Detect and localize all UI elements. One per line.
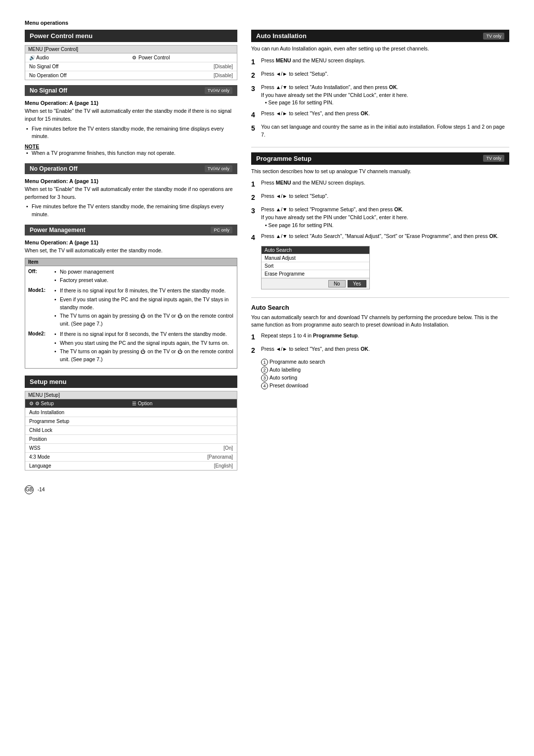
auto-install-step4: 4 Press ◄/► to select "Yes", and then pr… <box>251 110 509 120</box>
setup-menu-preview: MENU [Setup] ⚙ ⚙ Setup ☰ Option Auto Ins… <box>25 391 237 471</box>
no-signal-off-title-bar: No Signal Off TV/AV only <box>25 85 237 96</box>
power-management-item-table: Item Off: No power management Factory pr… <box>25 258 237 369</box>
programme-setup-section: Programme Setup TV only This section des… <box>251 152 509 289</box>
programme-setup-intro: This section describes how to set up ana… <box>251 168 509 176</box>
prog-menu-item-erase: Erase Programme <box>262 270 369 278</box>
prog-menu-buttons: No Yes <box>262 278 369 289</box>
prog-setup-step3: 3 Press ▲/▼ to select "Programme Setup",… <box>251 206 509 229</box>
setup-menu-item-row: Child Lock <box>25 426 237 435</box>
auto-install-step2: 2 Press ◄/► to select "Setup". <box>251 70 509 81</box>
no-operation-off-title-bar: No Operation Off TV/AV only <box>25 163 237 174</box>
setup-menu-item-row: Programme Setup <box>25 417 237 426</box>
setup-menu-item-row: Auto Installation <box>25 408 237 417</box>
option-icon: ☰ <box>132 401 136 406</box>
power-management-section: Power Management PC only Menu Operation:… <box>25 225 237 369</box>
auto-installation-section: Auto Installation TV only You can run Au… <box>251 30 509 139</box>
no-signal-off-note-bullet: When a TV programme finishes, this funct… <box>25 149 237 157</box>
menu-preview-row: 🔊 Audio ⚙Power Control <box>25 53 237 62</box>
no-signal-off-note: NOTE When a TV programme finishes, this … <box>25 143 237 157</box>
circle-item-3: 3 Auto sorting <box>261 375 509 381</box>
item-table-body: Off: No power management Factory preset … <box>25 266 237 368</box>
page-footer: GB -14 <box>25 485 509 494</box>
menu-preview-header: MENU [Power Control] <box>25 46 237 53</box>
menu-preview-row: No Operation Off [Disable] <box>25 71 237 80</box>
auto-install-step5: 5 You can set language and country the s… <box>251 123 509 139</box>
auto-search-step2: 2 Press ◄/► to select "Yes", and then pr… <box>251 345 509 356</box>
power-control-title: Power Control menu <box>25 30 237 42</box>
circle-item-1: 1 Programme auto search <box>261 359 509 366</box>
item-row-mode2: Mode2: If there is no signal input for 8… <box>28 331 234 365</box>
setup-menu-item-row: 4:3 Mode [Panorama] <box>25 453 237 462</box>
setup-menu-preview-header: MENU [Setup] <box>25 391 237 399</box>
no-operation-off-body: When set to "Enable" the TV will automat… <box>25 186 237 201</box>
no-signal-off-body: When set to "Enable" the TV will automat… <box>25 107 237 123</box>
power-control-section: Power Control menu MENU [Power Control] … <box>25 30 237 80</box>
setup-menu-item-row: WSS [On] <box>25 444 237 453</box>
power-management-menu-op: Menu Operation: A (page 11) <box>25 239 237 245</box>
setup-menu-section: Setup menu MENU [Setup] ⚙ ⚙ Setup ☰ Opti… <box>25 376 237 471</box>
auto-search-title: Auto Search <box>251 304 509 311</box>
prog-menu-item-manual-adjust: Manual Adjust <box>262 254 369 262</box>
no-operation-off-menu-op: Menu Operation: A (page 11) <box>25 178 237 184</box>
auto-install-step1: 1 Press MENU and the MENU screen display… <box>251 57 509 67</box>
programme-setup-title-bar: Programme Setup TV only <box>251 152 509 165</box>
no-operation-off-section: No Operation Off TV/AV only Menu Operati… <box>25 163 237 219</box>
auto-search-intro: You can automatically search for and dow… <box>251 314 509 330</box>
menu-preview-row: No Signal Off [Disable] <box>25 62 237 71</box>
prog-setup-step4: 4 Press ▲/▼ to select "Auto Search", "Ma… <box>251 233 509 243</box>
prog-btn-yes[interactable]: Yes <box>348 280 366 287</box>
programme-setup-badge: TV only <box>483 155 504 162</box>
page-number: -14 <box>38 487 44 492</box>
programme-setup-mini-menu: Auto Search Manual Adjust Sort Erase Pro… <box>261 246 370 289</box>
prog-setup-step1: 1 Press MENU and the MENU screen display… <box>251 179 509 189</box>
auto-installation-intro: You can run Auto Installation again, eve… <box>251 45 509 53</box>
circle-item-2: 2 Auto labelling <box>261 367 509 374</box>
auto-search-section: Auto Search You can automatically search… <box>251 304 509 390</box>
setup-menu-row-main: ⚙ ⚙ Setup ☰ Option <box>25 399 237 408</box>
prog-menu-item-auto-search: Auto Search <box>262 246 369 254</box>
item-row-mode1: Mode1: If there is no signal input for 8… <box>28 287 234 329</box>
setup-menu-title: Setup menu <box>25 376 237 388</box>
circle-item-4: 4 Preset download <box>261 382 509 389</box>
no-operation-off-bullet: Five minutes before the TV enters standb… <box>25 203 237 219</box>
setup-menu-item-row: Language [English] <box>25 462 237 470</box>
footer-circle-gb: GB <box>25 485 34 494</box>
no-signal-off-section: No Signal Off TV/AV only Menu Operation:… <box>25 85 237 157</box>
no-signal-off-menu-op: Menu Operation: A (page 11) <box>25 100 237 106</box>
power-control-menu-preview: MENU [Power Control] 🔊 Audio ⚙Power Cont… <box>25 45 237 80</box>
no-signal-off-bullet: Five minutes before the TV enters standb… <box>25 125 237 141</box>
prog-btn-no[interactable]: No <box>328 280 346 287</box>
auto-install-step3: 3 Press ▲/▼ to select "Auto Installation… <box>251 84 509 107</box>
power-management-title-bar: Power Management PC only <box>25 225 237 236</box>
item-table-header: Item <box>25 258 237 266</box>
no-operation-off-badge: TV/AV only <box>205 165 232 172</box>
no-signal-off-badge: TV/AV only <box>205 87 232 94</box>
auto-installation-title-bar: Auto Installation TV only <box>251 30 509 42</box>
setup-menu-item-row: Position <box>25 435 237 444</box>
power-management-body: When set, the TV will automatically ente… <box>25 247 237 255</box>
power-management-badge: PC only <box>211 227 232 234</box>
prog-menu-item-sort: Sort <box>262 262 369 270</box>
auto-installation-badge: TV only <box>483 33 504 40</box>
prog-setup-step2: 2 Press ◄/► to select "Setup". <box>251 192 509 203</box>
menu-operations-label: Menu operations <box>25 20 509 26</box>
auto-search-step1: 1 Repeat steps 1 to 4 in Programme Setup… <box>251 332 509 342</box>
item-row-off: Off: No power management Factory preset … <box>28 268 234 286</box>
